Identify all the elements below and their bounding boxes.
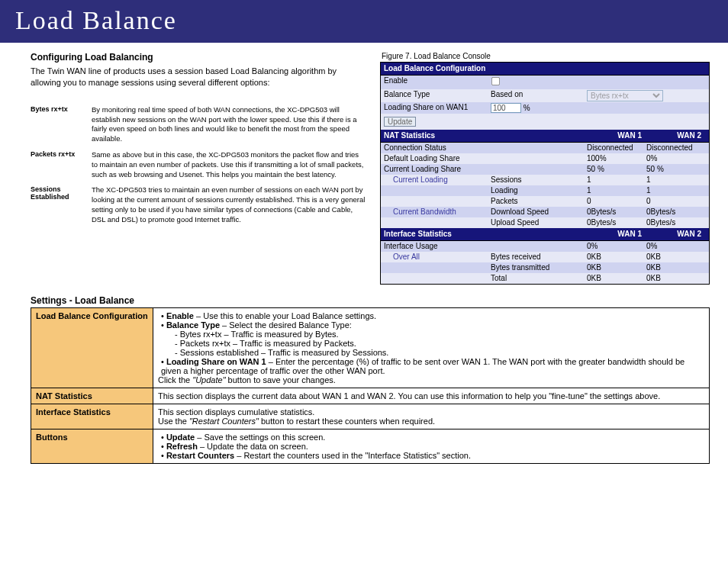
if-header-title: Interface Statistics: [384, 230, 587, 239]
nat-row-key: Connection Status: [384, 143, 491, 153]
subrow-val: 1: [587, 175, 646, 185]
settings-row: Interface Statistics This section displa…: [31, 404, 710, 429]
subrow-val: 1: [587, 186, 646, 195]
figure-caption: Figure 7. Load Balance Console: [382, 52, 710, 60]
loading-share-label: Loading Share on WAN1: [384, 103, 491, 113]
subrow-key: Upload Speed: [491, 218, 587, 227]
nat-col-wan2: WAN 2: [646, 131, 706, 140]
opt-term: Bytes rx+tx: [31, 105, 92, 144]
settings-value: Update – Save the settings on this scree…: [153, 429, 710, 464]
subrow-val: 0Bytes/s: [587, 218, 646, 227]
config-header: Load Balance Configuration: [381, 63, 709, 76]
loading-share-input[interactable]: [491, 103, 521, 113]
overall-label: Over All: [384, 253, 491, 262]
nat-row-val: 0%: [646, 154, 706, 163]
right-column: Figure 7. Load Balance Console Load Bala…: [380, 52, 710, 285]
if-col-wan1: WAN 1: [587, 230, 646, 239]
settings-key: Load Balance Configuration: [31, 308, 153, 388]
balance-type-select[interactable]: Bytes rx+tx: [587, 90, 663, 101]
subrow-val: 0KB: [587, 263, 646, 272]
settings-value: Enable – Use this to enable your Load Ba…: [153, 308, 710, 388]
settings-row: Buttons Update – Save the settings on th…: [31, 429, 710, 464]
subrow-val: 0: [646, 197, 706, 206]
settings-key: Interface Statistics: [31, 404, 153, 429]
enable-label: Enable: [384, 76, 491, 88]
nat-row-val: Disconnected: [587, 143, 646, 153]
current-loading-label: Current Loading: [384, 175, 491, 185]
settings-row: NAT Statistics This section displays the…: [31, 388, 710, 404]
if-usage-key: Interface Usage: [384, 242, 491, 251]
left-column: Configuring Load Balancing The Twin WAN …: [31, 52, 366, 285]
subrow-val: 0KB: [646, 274, 706, 283]
enable-checkbox[interactable]: [491, 77, 500, 85]
settings-value: This section displays the current data a…: [153, 388, 710, 404]
if-usage-val: 0%: [646, 242, 706, 251]
balance-type-label: Balance Type: [384, 90, 491, 101]
subrow-key: Loading: [491, 186, 587, 195]
nat-row-val: 50 %: [587, 165, 646, 174]
subrow-val: 0KB: [587, 253, 646, 262]
opt-desc: By monitoring real time speed of both WA…: [92, 105, 366, 144]
loading-share-unit: %: [523, 104, 530, 112]
interface-header: Interface Statistics WAN 1 WAN 2: [381, 228, 709, 241]
settings-row: Load Balance Configuration Enable – Use …: [31, 308, 710, 388]
subrow-val: 0: [587, 197, 646, 206]
nat-header: NAT Statistics WAN 1 WAN 2: [381, 130, 709, 143]
nat-row-val: Disconnected: [646, 143, 706, 153]
nat-row-key: Current Loading Share: [384, 165, 491, 174]
options-list: Bytes rx+tx By monitoring real time spee…: [31, 99, 366, 231]
nat-row-val: 50 %: [646, 165, 706, 174]
subrow-key: Bytes received: [491, 253, 587, 262]
subrow-key: Sessions: [491, 175, 587, 185]
settings-key: Buttons: [31, 429, 153, 464]
opt-term: Packets rx+tx: [31, 150, 92, 179]
left-intro: The Twin WAN line of products uses a ses…: [31, 66, 366, 88]
opt-term: Sessions Established: [31, 185, 92, 224]
subrow-val: 1: [646, 175, 706, 185]
opt-desc: The XC-DPG503 tries to maintain an even …: [92, 185, 366, 224]
opt-desc: Same as above but in this case, the XC-D…: [92, 150, 366, 179]
subrow-key: Packets: [491, 197, 587, 206]
settings-key: NAT Statistics: [31, 388, 153, 404]
subrow-val: 0Bytes/s: [646, 208, 706, 217]
subrow-key: Download Speed: [491, 208, 587, 217]
subrow-val: 0KB: [646, 263, 706, 272]
nat-row-key: Default Loading Share: [384, 154, 491, 163]
subrow-val: 0KB: [646, 253, 706, 262]
subrow-val: 0KB: [587, 274, 646, 283]
left-heading: Configuring Load Balancing: [31, 52, 366, 63]
nat-col-wan1: WAN 1: [587, 131, 646, 140]
settings-table: Load Balance Configuration Enable – Use …: [31, 307, 710, 464]
subrow-val: 0Bytes/s: [587, 208, 646, 217]
subrow-val: 0Bytes/s: [646, 218, 706, 227]
nat-header-title: NAT Statistics: [384, 131, 587, 140]
console-screenshot: Load Balance Configuration Enable Balanc…: [380, 62, 710, 285]
page-number: 18: [701, 470, 710, 471]
if-usage-val: 0%: [587, 242, 646, 251]
subrow-key: Total: [491, 274, 587, 283]
nat-row-val: 100%: [587, 154, 646, 163]
settings-value: This section displays cumulative statist…: [153, 404, 710, 429]
page-banner: Load Balance: [0, 0, 728, 43]
subrow-key: Bytes transmitted: [491, 263, 587, 272]
if-col-wan2: WAN 2: [646, 230, 706, 239]
current-bw-label: Current Bandwidth: [384, 208, 491, 217]
subrow-val: 1: [646, 186, 706, 195]
balance-type-text: Based on: [491, 90, 587, 101]
settings-heading: Settings - Load Balance: [31, 295, 710, 306]
update-button[interactable]: Update: [384, 117, 416, 127]
